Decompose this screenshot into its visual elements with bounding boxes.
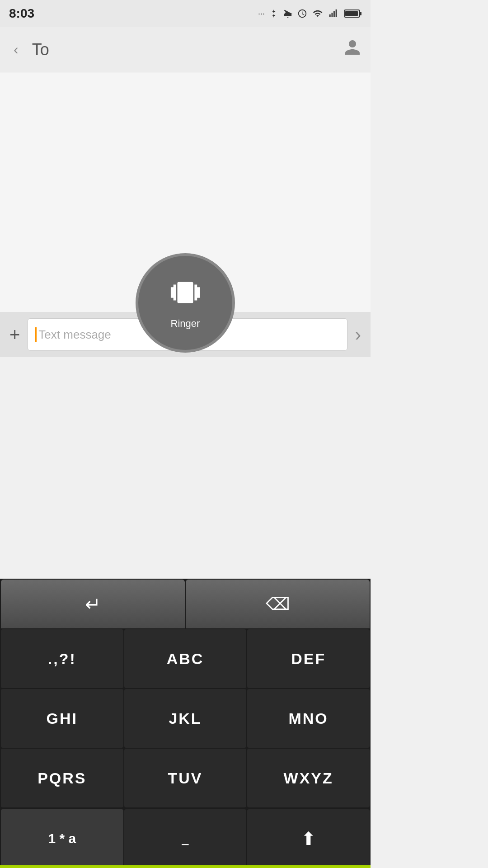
- status-bar: 8:03 ···: [0, 0, 371, 27]
- svg-rect-5: [360, 12, 361, 15]
- key-mno-label: MNO: [288, 710, 328, 727]
- contact-icon[interactable]: [343, 38, 361, 61]
- key-abc[interactable]: ABC: [124, 629, 247, 688]
- key-symbols[interactable]: .,?!: [1, 629, 123, 688]
- key-pqrs-label: PQRS: [38, 769, 86, 787]
- header: ‹ To: [0, 27, 371, 72]
- key-pqrs[interactable]: PQRS: [1, 749, 123, 807]
- key-special-label: 1 * a: [48, 831, 76, 846]
- keyboard-top-row: ↵ ⌫: [0, 579, 371, 628]
- key-def[interactable]: DEF: [247, 629, 370, 688]
- key-ghi[interactable]: GHI: [1, 689, 123, 748]
- signal-icon: [328, 9, 340, 19]
- key-def-label: DEF: [291, 650, 326, 668]
- send-button[interactable]: ›: [353, 322, 363, 347]
- ringer-icon: [169, 277, 201, 314]
- to-label: To: [32, 40, 343, 59]
- key-wxyz[interactable]: WXYZ: [247, 749, 370, 807]
- wifi-icon: [312, 9, 324, 19]
- bluetooth-icon: [269, 8, 278, 19]
- enter-key[interactable]: ↵: [1, 580, 185, 628]
- svg-rect-6: [345, 11, 358, 16]
- backspace-icon: ⌫: [266, 594, 290, 614]
- key-space[interactable]: ⎯: [124, 809, 247, 868]
- status-icons: ···: [258, 8, 361, 19]
- status-time: 8:03: [9, 6, 34, 21]
- keyboard-grid: .,?! ABC DEF GHI JKL MNO PQRS TUV WXYZ: [0, 628, 371, 808]
- add-button[interactable]: +: [7, 323, 22, 346]
- ringer-label: Ringer: [171, 318, 200, 330]
- enter-icon: ↵: [85, 593, 101, 615]
- message-area: Ringer: [0, 72, 371, 312]
- svg-rect-2: [333, 11, 335, 17]
- key-mno[interactable]: MNO: [247, 689, 370, 748]
- back-button[interactable]: ‹: [9, 37, 23, 62]
- keyboard: ↵ ⌫ .,?! ABC DEF GHI JKL MNO PQRS: [0, 579, 371, 868]
- key-symbols-label: .,?!: [48, 650, 76, 668]
- backspace-key[interactable]: ⌫: [186, 580, 370, 628]
- green-indicator: [0, 865, 371, 868]
- text-cursor: [35, 327, 37, 342]
- key-jkl[interactable]: JKL: [124, 689, 247, 748]
- alarm-icon: [297, 8, 307, 19]
- key-tuv[interactable]: TUV: [124, 749, 247, 807]
- svg-rect-1: [332, 13, 333, 17]
- key-wxyz-label: WXYZ: [284, 769, 333, 787]
- space-icon: ⎯: [182, 832, 189, 846]
- svg-rect-0: [329, 14, 331, 17]
- key-ghi-label: GHI: [47, 710, 78, 727]
- more-icon: ···: [258, 9, 265, 19]
- keyboard-bottom-row: 1 * a ⎯ ⬆: [0, 808, 371, 868]
- svg-rect-3: [336, 9, 337, 17]
- battery-icon: [344, 9, 361, 19]
- text-placeholder: Text message: [38, 328, 111, 342]
- shift-icon: ⬆: [301, 828, 316, 849]
- key-tuv-label: TUV: [168, 769, 202, 787]
- key-abc-label: ABC: [167, 650, 204, 668]
- key-1-star-a[interactable]: 1 * a: [1, 809, 123, 868]
- muted-icon: [283, 8, 293, 19]
- ringer-popup: Ringer: [136, 253, 235, 353]
- key-jkl-label: JKL: [169, 710, 202, 727]
- key-shift[interactable]: ⬆: [247, 809, 370, 868]
